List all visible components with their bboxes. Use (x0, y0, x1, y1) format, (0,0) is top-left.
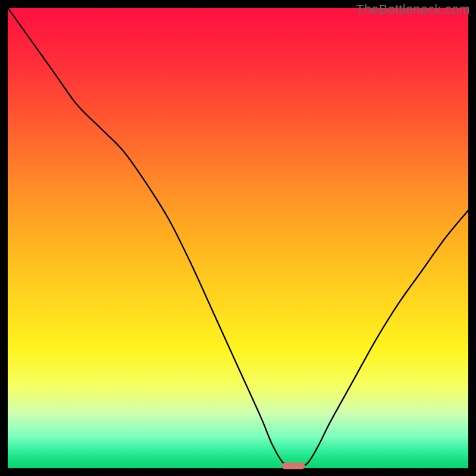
optimal-marker (282, 463, 305, 469)
chart-frame: TheBottleneck.com (0, 0, 476, 476)
watermark-text: TheBottleneck.com (356, 2, 470, 17)
bottleneck-curve (8, 8, 468, 468)
plot-area (8, 8, 468, 468)
